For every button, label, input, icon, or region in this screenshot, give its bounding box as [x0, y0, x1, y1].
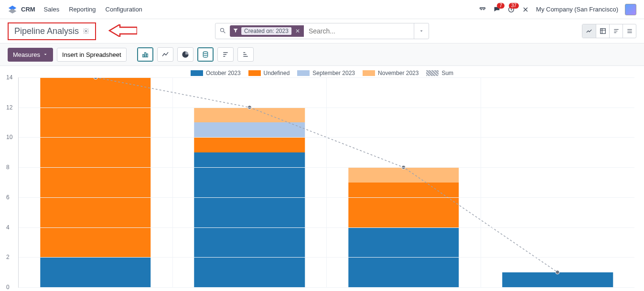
bar-group: Qualified [173, 77, 327, 287]
legend-item[interactable]: October 2023 [191, 70, 241, 76]
bar-group: New [19, 77, 173, 287]
search-input[interactable] [304, 24, 414, 38]
messages-button[interactable]: 7 [493, 6, 501, 13]
view-graph-button[interactable] [582, 24, 596, 38]
insert-spreadsheet-button[interactable]: Insert in Spreadsheet [57, 48, 127, 62]
app-brand[interactable]: CRM [21, 6, 35, 13]
view-list-button[interactable] [623, 24, 636, 38]
nav-item-sales[interactable]: Sales [44, 6, 60, 13]
top-nav: CRM Sales Reporting Configuration 7 37 M… [0, 0, 644, 19]
chart-sort-desc-button[interactable] [217, 47, 234, 62]
bar-segment[interactable] [194, 152, 305, 287]
y-tick-label: 12 [6, 104, 12, 111]
phone-icon[interactable] [479, 6, 486, 13]
control-panel: Pipeline Analysis Created on: 2023 ✕ [0, 19, 644, 43]
y-tick-label: 14 [6, 74, 12, 81]
legend-item[interactable]: September 2023 [297, 70, 355, 76]
chart-legend: October 2023UndefinedSeptember 2023Novem… [5, 70, 639, 76]
bar-group: Won [481, 77, 635, 287]
bar-segment[interactable] [194, 108, 305, 122]
tools-icon[interactable] [522, 6, 529, 13]
y-tick-label: 0 [6, 284, 10, 291]
messages-badge: 7 [497, 3, 504, 9]
bar-segment[interactable] [194, 122, 305, 137]
y-tick-label: 4 [6, 224, 10, 231]
legend-item[interactable]: Sum [426, 70, 453, 76]
bar-segment[interactable] [348, 167, 459, 182]
chart-type-pie-button[interactable] [177, 47, 193, 62]
search-icon [215, 27, 230, 35]
page-title: Pipeline Analysis [14, 26, 79, 36]
search-filter-chip: Created on: 2023 ✕ [230, 25, 304, 37]
annotation-arrow-icon [108, 24, 137, 38]
bar-segment[interactable] [40, 257, 150, 287]
view-switcher [582, 24, 636, 38]
svg-line-8 [224, 31, 225, 33]
funnel-icon [233, 28, 238, 35]
nav-item-configuration[interactable]: Configuration [106, 6, 142, 13]
chart-area: October 2023UndefinedSeptember 2023Novem… [0, 66, 644, 288]
nav-item-reporting[interactable]: Reporting [69, 6, 96, 13]
chart-type-bar-button[interactable] [137, 47, 153, 62]
activities-badge: 37 [509, 3, 519, 9]
chart-type-line-button[interactable] [157, 47, 173, 62]
chart-stacked-button[interactable] [197, 47, 214, 62]
view-cohort-button[interactable] [609, 24, 623, 38]
user-avatar[interactable] [625, 4, 636, 15]
svg-point-6 [85, 30, 87, 32]
svg-rect-2 [480, 8, 485, 9]
y-tick-label: 6 [6, 194, 10, 201]
y-tick-label: 10 [6, 134, 12, 140]
svg-marker-1 [9, 9, 17, 13]
chart-plot: NewQualifiedPropositionWon 02468101214 [18, 77, 634, 288]
measures-label: Measures [13, 51, 40, 58]
svg-rect-9 [600, 29, 605, 34]
svg-rect-19 [144, 53, 146, 57]
view-pivot-button[interactable] [596, 24, 609, 38]
app-logo-icon [8, 5, 17, 14]
y-tick-label: 2 [6, 254, 10, 260]
legend-item[interactable]: November 2023 [363, 70, 419, 76]
chart-sort-asc-button[interactable] [237, 47, 254, 62]
svg-point-21 [203, 52, 207, 54]
page-title-highlight: Pipeline Analysis [8, 22, 96, 40]
bar-segment[interactable] [194, 137, 305, 152]
bar-segment[interactable] [348, 183, 459, 227]
svg-rect-18 [142, 54, 144, 57]
measures-button[interactable]: Measures [8, 48, 53, 62]
y-tick-label: 8 [6, 164, 10, 171]
svg-point-7 [220, 28, 224, 32]
graph-toolbar: Measures Insert in Spreadsheet [0, 43, 644, 66]
svg-rect-20 [146, 54, 148, 57]
activities-button[interactable]: 37 [507, 6, 515, 13]
company-switcher[interactable]: My Company (San Francisco) [536, 6, 618, 13]
search-bar: Created on: 2023 ✕ [215, 23, 429, 39]
chevron-down-icon [43, 52, 48, 57]
search-options-caret[interactable] [414, 23, 429, 39]
legend-item[interactable]: Undefined [248, 70, 290, 76]
gear-icon[interactable] [83, 28, 89, 34]
bar-group: Proposition [327, 77, 481, 287]
filter-chip-text: Created on: 2023 [241, 27, 291, 35]
filter-chip-remove[interactable]: ✕ [294, 28, 301, 34]
bar-segment[interactable] [503, 272, 613, 287]
